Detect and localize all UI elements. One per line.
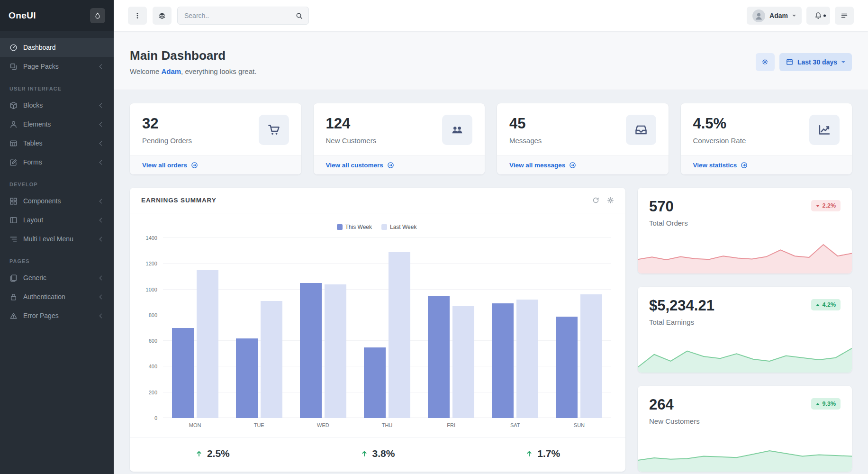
chevron-down-icon [841, 61, 845, 63]
earnings-footer-stat: 1.7% [460, 448, 625, 459]
bar-last-week [452, 306, 474, 418]
sidebar-item-label: Components [23, 197, 94, 205]
trend-up-icon [816, 403, 820, 405]
chevron-left-icon [99, 199, 104, 203]
chevron-left-icon [99, 294, 104, 299]
grid-squares-icon [9, 197, 18, 205]
main-column: Adam Main Dashboard Welcome Adam, everyt… [114, 0, 868, 474]
panel-tools [592, 197, 614, 204]
sidebar-item-label: Authentication [23, 293, 94, 301]
sidebar-item-elements[interactable]: Elements [0, 115, 114, 134]
side-panel-toggle-button[interactable] [835, 7, 854, 25]
chevron-left-icon [99, 64, 104, 69]
page-content: Main Dashboard Welcome Adam, everything … [114, 31, 868, 474]
sidebar-item-forms[interactable]: Forms [0, 153, 114, 172]
search-button[interactable] [290, 7, 308, 24]
search-icon [296, 12, 303, 19]
x-axis: MONTUEWEDTHUFRISATSUN [163, 418, 611, 428]
sidebar-item-generic[interactable]: Generic [0, 268, 114, 287]
refresh-icon[interactable] [592, 197, 599, 204]
summary-card-top: 570 Total Orders 2.2% [649, 198, 841, 227]
hero-actions: Last 30 days [756, 53, 852, 71]
kebab-icon [134, 12, 141, 19]
cart-icon [259, 115, 289, 145]
sidebar-item-dashboard[interactable]: Dashboard [0, 38, 114, 57]
panel-title: EARNINGS SUMMARY [141, 197, 217, 204]
welcome-user-link[interactable]: Adam [161, 67, 181, 75]
view-all-messages-link[interactable]: View all messages [497, 155, 669, 174]
apps-button[interactable] [153, 7, 172, 25]
stat-body: 32 Pending Orders [130, 103, 301, 155]
x-tick-label: THU [355, 422, 419, 428]
summary-card-new-customers: 264 New Customers 9.3% [638, 386, 852, 472]
warning-icon [9, 312, 18, 320]
stat-text: 45 Messages [509, 115, 542, 145]
sidebar-item-label: Error Pages [23, 312, 94, 319]
bars [163, 238, 611, 418]
notifications-button[interactable] [806, 7, 830, 25]
trend-up-arrow-icon [361, 450, 368, 457]
date-range-button[interactable]: Last 30 days [779, 53, 852, 71]
sidebar-item-label: Tables [23, 139, 94, 147]
summary-value: 264 [649, 396, 700, 413]
chevron-left-icon [99, 160, 104, 164]
sidebar-item-tables[interactable]: Tables [0, 134, 114, 153]
gear-icon[interactable] [607, 197, 614, 204]
chevron-left-icon [99, 218, 104, 222]
dashboard-settings-button[interactable] [756, 53, 775, 71]
calendar-icon [786, 58, 793, 65]
sidebar-section-label: USER INTERFACE [9, 86, 104, 91]
x-tick-label: SUN [547, 422, 611, 428]
view-statistics-link[interactable]: View statistics [681, 155, 852, 174]
summary-card-top: $5,234.21 Total Earnings 4.2% [649, 297, 841, 326]
kpi-column: 570 Total Orders 2.2% [638, 188, 852, 472]
sidebar-item-label: Forms [23, 158, 94, 166]
bell-icon [814, 12, 822, 19]
summary-label: New Customers [649, 417, 700, 425]
sidebar-item-layout[interactable]: Layout [0, 210, 114, 229]
sidebar-item-components[interactable]: Components [0, 191, 114, 210]
arrow-right-circle-icon [387, 162, 394, 169]
sidebar-nav: Dashboard Page Packs USER INTERFACE Bloc… [0, 31, 114, 332]
sidebar-item-multi-level-menu[interactable]: Multi Level Menu [0, 229, 114, 248]
top-header: Adam [114, 0, 868, 31]
sidebar-item-blocks[interactable]: Blocks [0, 96, 114, 115]
sidebar-item-error-pages[interactable]: Error Pages [0, 306, 114, 325]
summary-value: 570 [649, 198, 688, 215]
chart-legend: This WeekLast Week [142, 224, 611, 230]
user-menu-button[interactable]: Adam [747, 7, 802, 25]
search-input[interactable] [178, 12, 290, 19]
legend-swatch [381, 224, 387, 230]
sidebar-item-authentication[interactable]: Authentication [0, 287, 114, 306]
sidebar-item-page-packs[interactable]: Page Packs [0, 57, 114, 76]
y-axis: 0200400600800100012001400 [142, 238, 163, 418]
view-all-orders-link[interactable]: View all orders [130, 155, 301, 174]
sidebar-item-label: Elements [23, 120, 94, 128]
layout-icon [9, 216, 18, 224]
bar-group [355, 238, 419, 418]
stat-text: 124 New Customers [326, 115, 377, 145]
kebab-menu-button[interactable] [128, 7, 147, 25]
theme-droplet-button[interactable] [90, 8, 105, 23]
stat-label: Conversion Rate [693, 137, 746, 145]
hero-section: Main Dashboard Welcome Adam, everything … [114, 31, 868, 90]
chevron-left-icon [99, 275, 104, 280]
trend-up-arrow-icon [525, 450, 533, 457]
sidebar-item-label: Layout [23, 216, 94, 224]
bar-chart: This WeekLast Week 020040060080010001200… [130, 213, 625, 428]
summary-value: $5,234.21 [649, 297, 714, 314]
view-all-customers-link[interactable]: View all customers [314, 155, 485, 174]
bar-plot [163, 238, 611, 418]
stat-value: 32 [142, 115, 192, 132]
gear-icon [761, 58, 769, 65]
sidebar-header: OneUI [0, 0, 114, 31]
y-tick-label: 800 [149, 312, 157, 318]
trend-badge: 9.3% [811, 398, 841, 410]
legend-swatch [337, 224, 343, 230]
stacked-layers-icon [158, 12, 166, 19]
bar-group [163, 238, 227, 418]
stat-value: 124 [326, 115, 377, 132]
bar-this-week [556, 317, 578, 418]
arrow-right-circle-icon [741, 162, 748, 169]
trend-up-arrow-icon [195, 450, 203, 457]
